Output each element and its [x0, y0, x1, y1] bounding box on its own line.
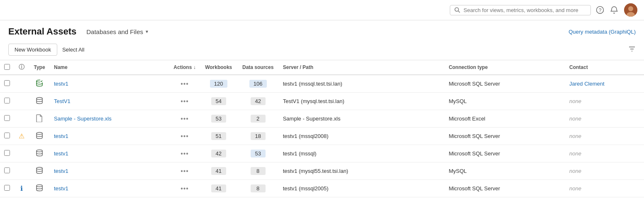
- row-name-link[interactable]: testv1: [54, 168, 68, 174]
- svg-point-5: [628, 6, 633, 11]
- row-workbooks-cell: 53: [200, 110, 237, 128]
- page-title: External Assets: [8, 26, 76, 37]
- row-name-cell: Sample - Superstore.xls: [50, 110, 169, 128]
- th-connection-label: Connection type: [449, 64, 488, 70]
- row-connection-cell: Microsoft SQL Server: [444, 145, 565, 162]
- workbooks-badge: 41: [211, 167, 226, 175]
- th-select-all-checkbox[interactable]: [0, 60, 14, 75]
- row-checkbox[interactable]: [4, 167, 10, 173]
- row-datasources-cell: 42: [237, 93, 279, 110]
- svg-line-1: [458, 11, 460, 12]
- row-name-link[interactable]: testv1: [54, 81, 68, 87]
- row-workbooks-cell: 51: [200, 128, 237, 145]
- row-checkbox[interactable]: [4, 185, 10, 191]
- row-type-cell: [29, 93, 50, 110]
- topbar-icons: ?: [596, 3, 637, 17]
- row-actions-button[interactable]: •••: [181, 80, 189, 87]
- svg-point-11: [37, 150, 42, 152]
- help-button[interactable]: ?: [596, 6, 604, 14]
- row-actions-button[interactable]: •••: [181, 133, 189, 140]
- avatar[interactable]: [624, 3, 637, 17]
- row-type-cell: [29, 162, 50, 180]
- search-input[interactable]: [463, 7, 586, 13]
- row-name-link[interactable]: TestV1: [54, 98, 71, 104]
- notifications-button[interactable]: [610, 6, 618, 14]
- row-checkbox[interactable]: [4, 133, 10, 138]
- workbooks-badge: 120: [210, 80, 227, 88]
- database-green-icon: [35, 79, 44, 87]
- select-all-button[interactable]: Select All: [62, 47, 84, 53]
- table-row: ⚠ testv1•••5118testv1 (mssql2008)Microso…: [0, 128, 644, 145]
- select-all-checkbox[interactable]: [4, 64, 10, 70]
- row-connection-cell: MySQL: [444, 93, 565, 110]
- row-datasources-cell: 8: [237, 180, 279, 197]
- row-workbooks-cell: 120: [200, 75, 237, 93]
- row-type-cell: [29, 180, 50, 197]
- th-actions: Actions ↓: [169, 60, 200, 75]
- contact-link[interactable]: Jared Clement: [569, 81, 605, 87]
- alert-info-icon[interactable]: ⓘ: [19, 64, 24, 70]
- table-row: testv1•••418testv1 (mysql55.test.tsi.lan…: [0, 162, 644, 180]
- row-connection-cell: Microsoft SQL Server: [444, 180, 565, 197]
- row-datasources-cell: 53: [237, 145, 279, 162]
- workbooks-badge: 51: [211, 132, 226, 140]
- search-box[interactable]: [450, 5, 591, 15]
- row-checkbox[interactable]: [4, 115, 10, 121]
- row-actions-button[interactable]: •••: [181, 167, 189, 175]
- database-icon: [35, 96, 44, 105]
- row-name-link[interactable]: testv1: [54, 185, 68, 192]
- row-name-link[interactable]: testv1: [54, 133, 68, 139]
- row-contact-cell: none: [565, 145, 644, 162]
- row-actions-button[interactable]: •••: [181, 185, 189, 192]
- filter-icon[interactable]: [628, 45, 636, 54]
- th-name-label: Name: [54, 64, 68, 70]
- row-workbooks-cell: 42: [200, 145, 237, 162]
- warning-icon: ⚠: [19, 133, 24, 140]
- row-server-cell: Sample - Superstore.xls: [279, 110, 445, 128]
- contact-none: none: [569, 98, 581, 104]
- row-actions-button[interactable]: •••: [181, 115, 189, 122]
- new-workbook-button[interactable]: New Workbook: [8, 44, 57, 56]
- workbooks-badge: 53: [211, 115, 226, 123]
- row-contact-cell: none: [565, 110, 644, 128]
- query-metadata-link[interactable]: Query metadata (GraphiQL): [568, 29, 636, 35]
- row-name-cell: testv1: [50, 75, 169, 93]
- row-name-cell: TestV1: [50, 93, 169, 110]
- row-checkbox[interactable]: [4, 80, 10, 86]
- row-alert-cell: ⚠: [14, 128, 29, 145]
- table-row: TestV1•••5442TestV1 (mysql.test.tsi.lan)…: [0, 93, 644, 110]
- page-header: External Assets Databases and Files ▾ Qu…: [0, 20, 644, 41]
- row-actions-button[interactable]: •••: [181, 150, 189, 157]
- row-workbooks-cell: 41: [200, 162, 237, 180]
- database-icon: [35, 184, 44, 192]
- row-name-link[interactable]: testv1: [54, 150, 68, 157]
- row-connection-cell: Microsoft SQL Server: [444, 75, 565, 93]
- page-header-left: External Assets Databases and Files ▾: [8, 26, 151, 37]
- row-checkbox[interactable]: [4, 150, 10, 156]
- row-alert-cell: [14, 75, 29, 93]
- table-row: testv1•••120106testv1 (mssql.test.tsi.la…: [0, 75, 644, 93]
- data-table: ⓘ Type Name Actions ↓ Workbooks Data sou…: [0, 60, 644, 197]
- th-workbooks-label: Workbooks: [205, 64, 232, 70]
- row-connection-cell: MySQL: [444, 162, 565, 180]
- row-contact-cell: none: [565, 162, 644, 180]
- th-datasources-label: Data sources: [242, 64, 273, 70]
- row-alert-cell: ℹ: [14, 180, 29, 197]
- row-alert-cell: [14, 162, 29, 180]
- database-icon: [35, 149, 44, 157]
- row-server-cell: testv1 (mysql55.test.tsi.lan): [279, 162, 445, 180]
- th-name: Name: [50, 60, 169, 75]
- row-server-cell: testv1 (mssql2005): [279, 180, 445, 197]
- data-table-wrap: ⓘ Type Name Actions ↓ Workbooks Data sou…: [0, 60, 644, 197]
- row-actions-cell: •••: [169, 162, 200, 180]
- row-name-link[interactable]: Sample - Superstore.xls: [54, 116, 112, 122]
- row-name-cell: testv1: [50, 162, 169, 180]
- row-alert-cell: [14, 93, 29, 110]
- row-checkbox[interactable]: [4, 98, 10, 103]
- filter-dropdown[interactable]: Databases and Files ▾: [83, 27, 151, 37]
- datasources-badge: 8: [251, 184, 266, 192]
- database-icon: [35, 131, 44, 140]
- row-actions-button[interactable]: •••: [181, 98, 189, 105]
- row-workbooks-cell: 41: [200, 180, 237, 197]
- th-actions-label: Actions ↓: [173, 64, 195, 70]
